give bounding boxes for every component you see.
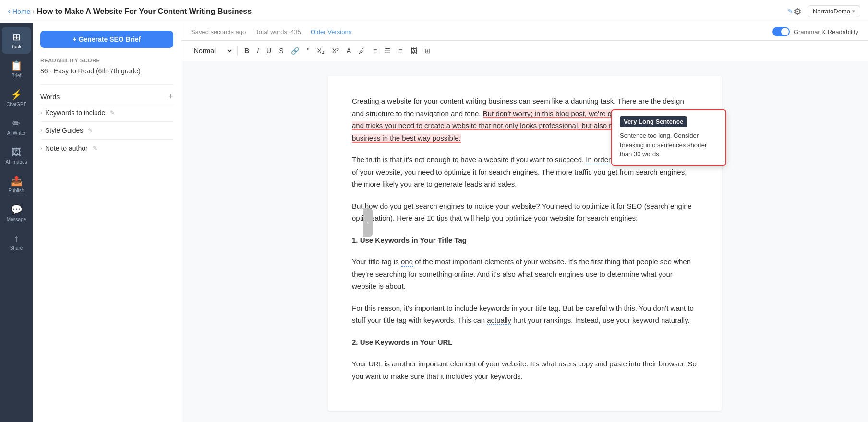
sidebar-label-brief: Brief [12, 73, 22, 78]
note-to-author-label: Note to author [45, 144, 88, 152]
style-guides-row-left: › Style Guides ✎ [40, 127, 93, 134]
chatgpt-icon: ⚡ [11, 89, 23, 100]
keywords-row-left: › Keywords to include ✎ [40, 109, 115, 117]
sidebar-item-brief[interactable]: 📋 Brief [2, 56, 31, 82]
top-nav: Home › How to Make A Website For Your Co… [0, 0, 868, 23]
style-guides-edit-icon[interactable]: ✎ [88, 127, 93, 134]
editor-area: Saved seconds ago Total words: 435 Older… [181, 23, 868, 422]
bold-button[interactable]: B [241, 45, 252, 57]
share-icon: ↑ [14, 233, 19, 244]
generate-seo-brief-button[interactable]: + Generate SEO Brief [40, 31, 173, 48]
subscript-button[interactable]: X₂ [314, 45, 327, 57]
nav-separator: › [32, 7, 35, 16]
edit-title-icon[interactable]: ✎ [788, 8, 793, 15]
toolbar-divider-1 [237, 46, 238, 56]
align-button[interactable]: ≡ [396, 45, 405, 57]
text-color-button[interactable]: A [344, 45, 354, 57]
word-count: Total words: 435 [255, 28, 301, 35]
add-words-button[interactable]: + [168, 92, 173, 102]
paragraph-3: But how do you get search engines to not… [352, 200, 698, 224]
italic-button[interactable]: I [254, 45, 262, 57]
heading-use-keywords-title-tag: 1. Use Keywords in Your Title Tag [352, 234, 698, 246]
actually-link[interactable]: actually [487, 316, 511, 325]
quote-button[interactable]: " [304, 45, 312, 57]
ai-images-icon: 🖼 [12, 147, 21, 158]
chevron-down-icon: ▾ [852, 8, 855, 14]
grammar-toggle[interactable]: Grammar & Readability [772, 27, 858, 36]
main-layout: ⊞ Task 📋 Brief ⚡ ChatGPT ✏ AI Writer 🖼 A… [0, 23, 868, 422]
paragraph-6: Your URL is another important element of… [352, 358, 698, 382]
nav-right: ⚙ NarratoDemo ▾ [793, 5, 860, 17]
words-section-header: Words + [40, 84, 173, 102]
sidebar-item-chatgpt[interactable]: ⚡ ChatGPT [2, 84, 31, 111]
brief-icon: 📋 [11, 60, 23, 71]
link-button[interactable]: 🔗 [288, 45, 302, 57]
sidebar-item-task[interactable]: ⊞ Task [2, 27, 31, 54]
paragraph-5: For this reason, it's important to inclu… [352, 302, 698, 327]
very-long-sentence-tooltip: Very Long Sentence Sentence too long. Co… [611, 109, 726, 166]
format-select[interactable]: Normal Heading 1 Heading 2 Heading 3 [191, 45, 233, 57]
publish-icon: 📤 [11, 175, 23, 187]
heading-use-keywords-url: 2. Use Keywords in Your URL [352, 336, 698, 349]
style-guides-label: Style Guides [45, 127, 83, 134]
note-chevron-icon: › [40, 145, 42, 152]
home-link[interactable]: Home [8, 6, 30, 16]
user-menu[interactable]: NarratoDemo ▾ [808, 5, 860, 17]
underline-button[interactable]: U [264, 45, 274, 57]
note-to-author-row[interactable]: › Note to author ✎ [40, 139, 173, 157]
editor-content-wrapper: Creating a website for your content writ… [181, 61, 868, 422]
toolbar-status: Saved seconds ago Total words: 435 Older… [181, 23, 868, 41]
readability-label: READABILITY SCORE [40, 58, 173, 63]
ai-writer-icon: ✏ [12, 117, 21, 129]
settings-icon[interactable]: ⚙ [793, 6, 802, 17]
unordered-list-button[interactable]: ☰ [382, 45, 394, 57]
sidebar-item-publish[interactable]: 📤 Publish [2, 171, 31, 198]
sidebar-label-ai-images: AI Images [5, 159, 27, 164]
older-versions-link[interactable]: Older Versions [311, 28, 351, 35]
formatting-toolbar: Normal Heading 1 Heading 2 Heading 3 B I… [181, 41, 868, 61]
keywords-label: Keywords to include [45, 109, 105, 117]
note-to-author-row-left: › Note to author ✎ [40, 144, 97, 152]
tooltip-message: Sentence too long. Consider breaking int… [620, 131, 718, 159]
readability-score: 86 - Easy to Read (6th-7th grade) [40, 67, 173, 75]
superscript-button[interactable]: X² [329, 45, 342, 57]
page-title: How to Make A Website For Your Content W… [37, 7, 785, 16]
grammar-label: Grammar & Readability [794, 28, 858, 35]
sidebar-label-task: Task [12, 44, 22, 49]
user-label: NarratoDemo [813, 8, 850, 15]
words-label: Words [40, 93, 60, 101]
sidebar-label-publish: Publish [9, 188, 24, 193]
one-link[interactable]: one [401, 258, 413, 267]
sidebar-item-share[interactable]: ↑ Share [2, 228, 31, 255]
sidebar-item-ai-writer[interactable]: ✏ AI Writer [2, 113, 31, 140]
message-icon: 💬 [11, 204, 23, 215]
style-guides-row[interactable]: › Style Guides ✎ [40, 121, 173, 139]
collapse-panel-button[interactable]: ‹ [363, 208, 373, 237]
sidebar-label-chatgpt: ChatGPT [6, 102, 26, 107]
left-sidebar: ⊞ Task 📋 Brief ⚡ ChatGPT ✏ AI Writer 🖼 A… [0, 23, 33, 422]
editor-content[interactable]: Creating a website for your content writ… [328, 76, 722, 411]
panel-sidebar: + Generate SEO Brief READABILITY SCORE 8… [33, 23, 181, 422]
keywords-row[interactable]: › Keywords to include ✎ [40, 104, 173, 121]
tooltip-title: Very Long Sentence [620, 116, 687, 127]
ordered-list-button[interactable]: ≡ [370, 45, 380, 57]
saved-status: Saved seconds ago [191, 28, 246, 35]
sidebar-item-message[interactable]: 💬 Message [2, 199, 31, 226]
paragraph-1-wrapper: Creating a website for your content writ… [352, 95, 698, 144]
paragraph-4: Your title tag is one of the most import… [352, 256, 698, 293]
strikethrough-button[interactable]: S [276, 45, 286, 57]
style-guides-chevron-icon: › [40, 127, 42, 134]
keywords-chevron-icon: › [40, 109, 42, 116]
table-button[interactable]: ⊞ [422, 45, 434, 57]
highlight-button[interactable]: 🖊 [356, 45, 368, 57]
sidebar-item-ai-images[interactable]: 🖼 AI Images [2, 142, 31, 169]
task-icon: ⊞ [12, 31, 21, 43]
sidebar-label-share: Share [10, 246, 23, 251]
sidebar-label-ai-writer: AI Writer [7, 130, 26, 136]
note-edit-icon[interactable]: ✎ [93, 145, 97, 152]
grammar-toggle-switch[interactable] [772, 27, 790, 36]
image-button[interactable]: 🖼 [408, 45, 420, 57]
sidebar-label-message: Message [7, 217, 26, 222]
keywords-edit-icon[interactable]: ✎ [110, 109, 115, 116]
